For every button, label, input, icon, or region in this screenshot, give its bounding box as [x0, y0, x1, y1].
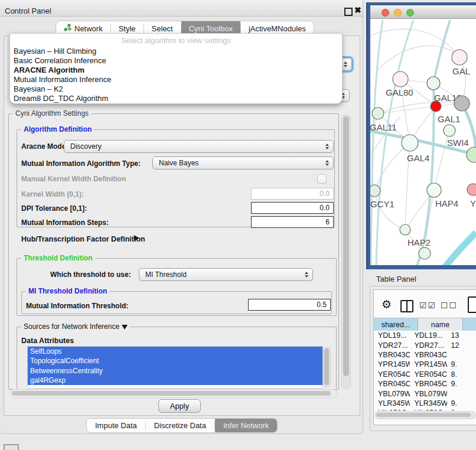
table-cell: YBR043C [410, 351, 446, 359]
kernel-width-field[interactable]: 0.0 [251, 188, 334, 200]
attribute-item-betweennesscentrality[interactable]: BetweennessCentrality [28, 366, 322, 376]
tab-discretize-data[interactable]: Discretize Data [146, 419, 214, 432]
attribute-item-gal4rgexp[interactable]: gal4RGexp [28, 376, 322, 385]
bottom-left-button[interactable] [4, 444, 19, 450]
mi-threshold-group-title: MI Threshold Definition [26, 287, 109, 295]
hub-section-label: Hub/Transcription Factor Definition [21, 235, 145, 243]
table-cell: YDL19... [410, 331, 446, 340]
float-panel-icon[interactable] [344, 8, 353, 16]
close-window-icon[interactable] [382, 9, 389, 17]
close-panel-icon[interactable]: ✖ [354, 5, 361, 15]
network-node[interactable] [419, 247, 431, 259]
cyni-algorithm-settings-title: Cyni Algorithm Settings [13, 109, 91, 118]
combo-spinner-icon [344, 61, 347, 67]
tab-label: Network [74, 24, 103, 33]
network-node-hap2[interactable] [400, 224, 410, 235]
collapse-sources-icon[interactable] [122, 325, 128, 330]
network-canvas[interactable]: GALGAL80GAL10GAL1GAL11SWI4GAL4GCY1HAP4YH… [370, 19, 476, 265]
algorithm-definition-title: Algorithm Definition [21, 125, 94, 133]
aracne-mode-value: Discovery [70, 142, 102, 151]
network-window-titlebar[interactable] [370, 5, 476, 19]
network-node-hap4[interactable] [427, 183, 441, 197]
algorithm-option-basic-correlation-inference[interactable]: Basic Correlation Inference [14, 56, 106, 65]
algorithm-option-dream8-dc-tdc-algorithm[interactable]: Dream8 DC_TDC Algorithm [14, 94, 108, 103]
algorithm-dropdown-popup: Select algorithm to view settings Bayesi… [9, 33, 343, 104]
network-node-gcy1[interactable] [370, 185, 380, 197]
network-node-gal11[interactable] [372, 107, 384, 119]
dpi-tolerance-field[interactable]: 0.0 [251, 202, 334, 214]
table-panel-title: Table Panel [376, 275, 416, 283]
tab-label: Select [152, 24, 173, 33]
bottom-tabs: Impute DataDiscretize DataInfer Network [86, 418, 278, 433]
algorithm-option-bayesian-hill-climbing[interactable]: Bayesian – Hill Climbing [14, 47, 96, 56]
network-node[interactable] [454, 96, 470, 111]
expand-hub-section-icon[interactable] [134, 235, 139, 241]
column-view-icon[interactable] [400, 300, 413, 312]
tab-infer-network[interactable]: Infer Network [215, 419, 277, 432]
algorithm-option-bayesian-k2[interactable]: Bayesian – K2 [14, 84, 63, 93]
network-node-gal10[interactable] [427, 77, 440, 90]
unselect-all-columns-icon[interactable]: ☐☐ [441, 301, 458, 310]
attribute-item-topologicalcoefficient[interactable]: TopologicalCoefficient [28, 356, 322, 366]
settings-vertical-scrollbar[interactable] [341, 115, 351, 389]
new-table-icon[interactable] [468, 296, 476, 313]
column-header-a[interactable]: A [463, 318, 476, 331]
tab-label: Cyni Toolbox [189, 24, 233, 33]
zoom-window-icon[interactable] [406, 9, 414, 17]
which-threshold-value: MI Threshold [145, 270, 187, 279]
network-node-swi4[interactable] [444, 125, 455, 136]
mi-threshold-field[interactable]: 0.5 [248, 299, 331, 311]
mi-type-combo[interactable]: Naive Bayes [152, 156, 334, 169]
attribute-list-scrollbar[interactable] [323, 347, 331, 387]
attribute-item-selfloops[interactable]: SelfLoops [28, 347, 322, 356]
algorithm-option-mutual-information-inference[interactable]: Mutual Information Inference [14, 75, 111, 84]
combo-spinner-icon [325, 144, 329, 149]
table-row[interactable]: YIL052CYIL052C9 [374, 408, 476, 410]
network-node-y[interactable] [467, 184, 476, 195]
table-cell: 12 [447, 341, 476, 350]
network-node-gal80[interactable] [393, 71, 408, 87]
table-row[interactable]: YLR345WYLR345W9. [374, 399, 476, 408]
data-attributes-list[interactable]: SelfLoopsTopologicalCoefficientBetweenne… [27, 346, 323, 389]
table-cell: YBL079W [410, 390, 446, 398]
settings-horizontal-scrollbar[interactable] [9, 389, 338, 398]
table-row[interactable]: YBR043CYBR043C [374, 350, 476, 360]
which-threshold-combo[interactable]: MI Threshold [139, 268, 313, 281]
node-label: SWI4 [447, 138, 469, 148]
threshold-definition-title: Threshold Definition [21, 254, 95, 262]
network-node-gal[interactable] [452, 50, 467, 65]
table-row[interactable]: YBL079WYBL079W [374, 389, 476, 398]
tab-label: Style [119, 24, 136, 33]
apply-button[interactable]: Apply [158, 399, 201, 413]
node-label: HAP4 [435, 198, 458, 208]
minimize-window-icon[interactable] [394, 9, 402, 17]
network-tab-icon [64, 24, 71, 33]
network-node-gal4[interactable] [402, 135, 418, 151]
column-header-shared[interactable]: shared... [374, 318, 418, 331]
table-row[interactable]: YDL19...YDL19...13 [374, 331, 476, 340]
table-row[interactable]: YER054CYER054C8. [374, 370, 476, 379]
tab-impute-data[interactable]: Impute Data [87, 419, 145, 432]
manual-kernel-checkbox[interactable] [317, 174, 327, 184]
table-row[interactable]: YDR27...YDR27...12 [374, 340, 476, 350]
mi-steps-field[interactable]: 6 [251, 216, 334, 228]
table-row[interactable]: YPR145WYPR145W9. [374, 360, 476, 369]
aracne-mode-combo[interactable]: Discovery [64, 140, 334, 153]
table-horizontal-scrollbar[interactable] [374, 411, 476, 419]
select-all-columns-icon[interactable]: ☑☑ [419, 301, 436, 310]
network-node-gal1[interactable] [431, 101, 441, 112]
table-header-row: shared...nameA [374, 318, 476, 331]
node-label: GCY1 [370, 199, 395, 209]
node-label: GAL4 [407, 153, 429, 163]
table-row[interactable]: YBR045CYBR045C9. [374, 379, 476, 389]
table-cell: YPR145W [410, 360, 446, 369]
algorithm-option-aracne-algorithm[interactable]: ARACNE Algorithm [14, 66, 84, 74]
table-cell: 9. [447, 380, 476, 388]
column-header-name[interactable]: name [418, 318, 463, 331]
table-cell: YER054C [410, 370, 446, 379]
table-cell: YBR043C [374, 351, 410, 359]
network-node[interactable] [467, 147, 476, 162]
algorithm-placeholder: Select algorithm to view settings [10, 36, 342, 45]
table-settings-gear-icon[interactable]: ⚙ [382, 298, 392, 311]
node-label: GAL11 [370, 122, 397, 132]
